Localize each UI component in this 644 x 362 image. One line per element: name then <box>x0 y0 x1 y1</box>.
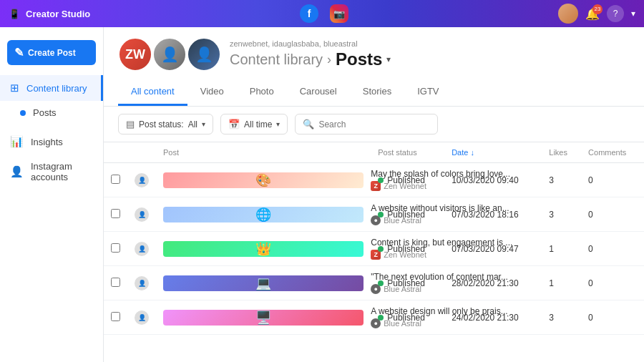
row-post-cell: 🌐 A website without visitors is like an.… <box>156 197 371 232</box>
row-date: 28/02/2020 21:30 <box>444 266 542 300</box>
status-label: Published <box>387 210 425 220</box>
col-likes-header: Likes <box>542 142 581 163</box>
sidebar: ✎ Create Post ⊞ Content library Posts 📊 … <box>0 27 104 362</box>
row-checkbox[interactable] <box>104 163 127 197</box>
tab-photo[interactable]: Photo <box>237 79 287 106</box>
thumbnail-content: 💻 <box>163 275 364 291</box>
avatar-ba: 👤 <box>187 37 221 72</box>
row-checkbox-input[interactable] <box>111 175 120 184</box>
row-checkbox-input[interactable] <box>111 312 120 321</box>
user-avatar[interactable] <box>558 4 578 24</box>
post-cell: 🖥️ A website design will only be prais..… <box>163 306 364 328</box>
post-status-value: All <box>188 119 197 129</box>
row-date: 07/03/2020 09:47 <box>444 232 542 266</box>
notification-count: 23 <box>592 4 602 14</box>
post-thumbnail: 🎨 <box>163 172 364 188</box>
date-range-value: All time <box>244 119 272 129</box>
sort-icon: ↓ <box>470 148 474 157</box>
plus-icon: ✎ <box>14 46 24 59</box>
breadcrumb-parent[interactable]: Content library <box>230 52 323 68</box>
tab-igtv[interactable]: IGTV <box>404 79 452 106</box>
account-dropdown-caret[interactable]: ▾ <box>386 54 391 64</box>
row-account-avatar: 👤 <box>135 242 149 256</box>
create-post-button[interactable]: ✎ Create Post <box>7 40 96 65</box>
post-thumbnail: 🌐 <box>163 207 364 222</box>
table-row[interactable]: 👤 🌐 A website without visitors is like a… <box>104 197 644 232</box>
search-box[interactable]: 🔍 <box>295 114 438 134</box>
col-comments-header: Comments <box>581 142 644 163</box>
table-row[interactable]: 👤 🖥️ A website design will only be prais… <box>104 300 644 335</box>
sidebar-item-content-library[interactable]: ⊞ Content library <box>0 75 103 101</box>
row-comments: 0 <box>581 163 644 197</box>
main-layout: ✎ Create Post ⊞ Content library Posts 📊 … <box>0 27 644 362</box>
row-avatar: 👤 <box>127 232 156 266</box>
status-label: Published <box>387 313 425 323</box>
row-post-cell: 🎨 May the splash of colors bring love...… <box>156 163 371 197</box>
creator-studio-logo: 📱 <box>9 9 20 19</box>
col-checkbox <box>104 142 127 163</box>
status-label: Published <box>387 278 425 288</box>
row-comments: 0 <box>581 232 644 266</box>
sidebar-item-label-posts: Posts <box>33 107 57 118</box>
account-names: zenwebnet, idauglasbaba, blueastral <box>230 39 391 48</box>
app-brand: Creator Studio <box>26 9 90 19</box>
instagram-icon[interactable]: 📷 <box>330 4 348 23</box>
row-likes: 3 <box>542 197 581 232</box>
topbar-left: 📱 Creator Studio <box>9 9 90 19</box>
topbar-right: 🔔 23 ? ▾ <box>558 4 635 24</box>
thumbnail-content: 🖥️ <box>163 310 364 326</box>
facebook-icon[interactable]: f <box>300 4 318 23</box>
notification-bell[interactable]: 🔔 23 <box>585 7 600 21</box>
table-row[interactable]: 👤 💻 "The next evolution of content mar..… <box>104 266 644 300</box>
col-post-header: Post <box>156 142 371 163</box>
thumbnail-content: 👑 <box>163 241 364 257</box>
row-comments: 0 <box>581 266 644 300</box>
sidebar-item-label-instagram: Instagram accounts <box>31 161 93 182</box>
search-icon: 🔍 <box>303 119 314 129</box>
table-row[interactable]: 👤 🎨 May the splash of colors bring love.… <box>104 163 644 197</box>
row-checkbox-input[interactable] <box>111 243 120 253</box>
row-likes: 3 <box>542 163 581 197</box>
search-input[interactable] <box>318 119 430 129</box>
row-comments: 0 <box>581 197 644 232</box>
row-post-cell: 🖥️ A website design will only be prais..… <box>156 300 371 335</box>
dropdown-caret-icon[interactable]: ▾ <box>631 9 635 19</box>
post-status-caret-icon: ▾ <box>202 120 205 128</box>
row-date: 10/03/2020 09:40 <box>444 163 542 197</box>
insights-icon: 📊 <box>10 135 24 148</box>
calendar-icon: 📅 <box>228 119 240 129</box>
tabs-container: All content Video Photo Carousel Stories… <box>118 79 630 106</box>
row-date: 07/03/2020 18:16 <box>444 197 542 232</box>
row-checkbox-input[interactable] <box>111 209 120 218</box>
row-checkbox[interactable] <box>104 232 127 266</box>
post-thumbnail: 🖥️ <box>163 310 364 326</box>
row-comments: 0 <box>581 300 644 335</box>
tab-carousel[interactable]: Carousel <box>287 79 350 106</box>
row-account-avatar: 👤 <box>135 276 149 290</box>
row-checkbox[interactable] <box>104 300 127 335</box>
avatar-zw: ZW <box>118 37 152 72</box>
row-checkbox[interactable] <box>104 266 127 300</box>
help-icon[interactable]: ? <box>607 5 624 22</box>
row-avatar: 👤 <box>127 266 156 300</box>
thumbnail-content: 🌐 <box>163 207 364 222</box>
tab-stories[interactable]: Stories <box>350 79 404 106</box>
tab-video[interactable]: Video <box>187 79 237 106</box>
sidebar-item-instagram-accounts[interactable]: 👤 Instagram accounts <box>0 155 103 189</box>
tab-all-content[interactable]: All content <box>118 79 187 106</box>
date-range-filter[interactable]: 📅 All time ▾ <box>220 114 288 134</box>
post-thumbnail: 👑 <box>163 241 364 257</box>
date-range-caret-icon: ▾ <box>276 120 280 128</box>
profile-avatars: ZW 👤 👤 <box>118 37 221 72</box>
topbar-center: f 📷 <box>300 4 348 23</box>
sidebar-item-posts[interactable]: Posts <box>0 101 103 124</box>
row-likes: 3 <box>542 300 581 335</box>
sidebar-item-insights[interactable]: 📊 Insights <box>0 129 103 155</box>
col-date-header[interactable]: Date ↓ <box>444 142 542 163</box>
row-checkbox[interactable] <box>104 197 127 232</box>
table-row[interactable]: 👤 👑 Content is king, but engagement is .… <box>104 232 644 266</box>
sidebar-item-label-insights: Insights <box>31 137 63 147</box>
row-checkbox-input[interactable] <box>111 278 120 287</box>
create-post-label: Create Post <box>28 48 76 58</box>
post-status-filter[interactable]: ▤ Post status: All ▾ <box>118 114 213 134</box>
